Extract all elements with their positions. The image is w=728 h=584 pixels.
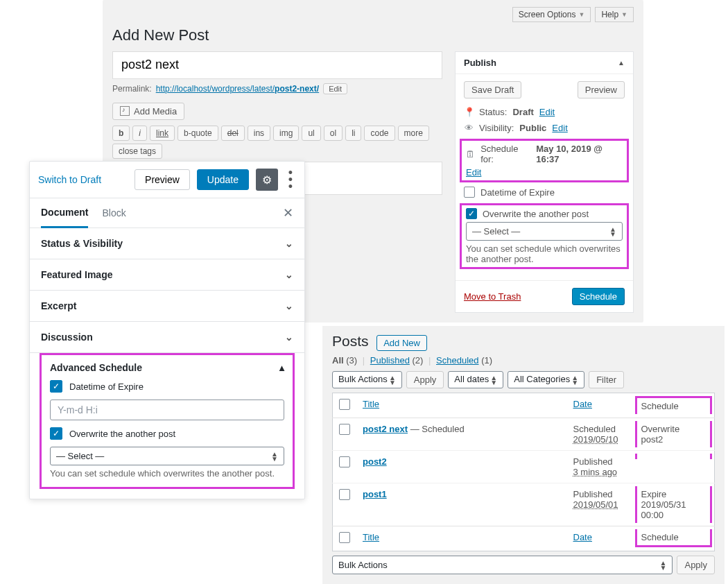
- apply-button[interactable]: Apply: [677, 556, 715, 574]
- advanced-schedule-title: Advanced Schedule: [50, 362, 142, 373]
- permalink-label: Permalink:: [112, 84, 152, 94]
- qt-ul[interactable]: ul: [302, 126, 320, 141]
- chevron-down-icon: ⌄: [285, 238, 293, 249]
- calendar-icon: 🗓: [466, 149, 475, 160]
- qt-close[interactable]: close tags: [112, 144, 162, 159]
- permalink-edit-button[interactable]: Edit: [323, 83, 347, 94]
- table-row: post1 Published2019/05/01Expire2019/05/3…: [333, 483, 715, 526]
- overwrite-checkbox[interactable]: [50, 427, 62, 440]
- quicktags-toolbar: b i link b-quote del ins img ul ol li co…: [112, 126, 442, 159]
- preview-button[interactable]: Preview: [135, 169, 190, 190]
- chevron-down-icon: ⌄: [285, 300, 293, 311]
- schedule-edit-link[interactable]: Edit: [466, 167, 481, 178]
- bulk-actions-select[interactable]: Bulk Actions▲▼: [332, 371, 402, 388]
- overwrite-select[interactable]: — Select — ▲▼: [466, 222, 623, 241]
- panel-featured-image[interactable]: Featured Image⌄: [30, 259, 304, 291]
- publish-title: Publish: [464, 58, 496, 68]
- post-title-input[interactable]: [112, 51, 442, 79]
- save-draft-button[interactable]: Save Draft: [464, 81, 521, 98]
- expire-datetime-input[interactable]: [50, 400, 284, 420]
- panel-status-visibility[interactable]: Status & Visibility⌄: [30, 228, 304, 259]
- panel-excerpt[interactable]: Excerpt⌄: [30, 291, 304, 322]
- select-all-checkbox[interactable]: [339, 399, 350, 410]
- add-media-button[interactable]: Add Media: [112, 103, 184, 120]
- overwrite-select[interactable]: — Select — ▲▼: [50, 447, 284, 465]
- tab-document[interactable]: Document: [41, 198, 88, 228]
- category-filter-select[interactable]: All Categories▲▼: [508, 371, 584, 388]
- schedule-highlight: 🗓 Schedule for: May 10, 2019 @ 16:37 Edi…: [460, 139, 629, 182]
- add-new-button[interactable]: Add New: [376, 335, 427, 351]
- caret-up-icon[interactable]: ▲: [618, 59, 625, 67]
- col-schedule: Schedule: [635, 529, 713, 547]
- preview-button[interactable]: Preview: [578, 81, 625, 98]
- update-button[interactable]: Update: [197, 169, 249, 190]
- more-menu-icon[interactable]: •••: [285, 169, 296, 190]
- qt-ol[interactable]: ol: [324, 126, 343, 141]
- filter-scheduled[interactable]: Scheduled: [436, 355, 478, 366]
- posts-table: Title Date Schedule post2 next — Schedul…: [332, 393, 715, 551]
- chevron-down-icon: ⌄: [285, 332, 293, 343]
- schedule-button[interactable]: Schedule: [572, 288, 625, 305]
- qt-italic[interactable]: i: [132, 126, 147, 141]
- qt-quote[interactable]: b-quote: [177, 126, 218, 141]
- post-status-filters: All (3) | Published (2) | Scheduled (1): [332, 355, 715, 366]
- post-title-link[interactable]: post2: [363, 456, 387, 467]
- move-to-trash-link[interactable]: Move to Trash: [464, 291, 521, 302]
- close-icon[interactable]: ✕: [283, 205, 293, 221]
- qt-li[interactable]: li: [345, 126, 361, 141]
- eye-icon: 👁: [464, 123, 474, 133]
- qt-bold[interactable]: b: [112, 126, 130, 141]
- help-tab[interactable]: Help▼: [595, 7, 634, 22]
- overwrite-highlight: Overwrite the another post — Select — ▲▼…: [460, 203, 629, 269]
- row-checkbox[interactable]: [339, 456, 350, 467]
- page-title: Add New Post: [112, 26, 634, 44]
- updown-icon: ▲▼: [660, 560, 667, 570]
- updown-icon: ▲▼: [571, 375, 578, 385]
- pin-icon: 📍: [464, 107, 474, 117]
- bulk-actions-select[interactable]: Bulk Actions▲▼: [332, 556, 673, 574]
- media-icon: [120, 106, 130, 116]
- select-all-checkbox[interactable]: [339, 532, 350, 543]
- post-title-link[interactable]: post2 next: [363, 424, 408, 434]
- status-edit-link[interactable]: Edit: [539, 107, 555, 117]
- chevron-down-icon: ▼: [621, 11, 627, 18]
- post-title-link[interactable]: post1: [363, 489, 387, 499]
- chevron-down-icon: ▼: [578, 11, 584, 18]
- qt-link[interactable]: link: [150, 126, 175, 141]
- posts-list-panel: Posts Add New All (3) | Published (2) | …: [322, 326, 725, 584]
- settings-gear-icon[interactable]: ⚙: [256, 169, 278, 191]
- col-schedule: Schedule: [635, 396, 713, 414]
- col-date[interactable]: Date: [573, 399, 592, 409]
- qt-more[interactable]: more: [398, 126, 429, 141]
- overwrite-checkbox[interactable]: [466, 208, 477, 219]
- visibility-edit-link[interactable]: Edit: [552, 123, 567, 133]
- qt-code[interactable]: code: [364, 126, 395, 141]
- expire-checkbox[interactable]: [464, 187, 475, 198]
- caret-up-icon[interactable]: ▴: [279, 362, 284, 373]
- expire-checkbox[interactable]: [50, 380, 62, 393]
- col-title[interactable]: Title: [363, 399, 379, 409]
- col-date[interactable]: Date: [573, 532, 592, 542]
- screen-options-tab[interactable]: Screen Options▼: [512, 7, 591, 22]
- updown-icon: ▲▼: [389, 375, 396, 385]
- qt-del[interactable]: del: [221, 126, 245, 141]
- updown-icon: ▲▼: [490, 375, 497, 385]
- col-title[interactable]: Title: [363, 532, 379, 542]
- filter-published[interactable]: Published: [370, 355, 410, 366]
- chevron-down-icon: ⌄: [285, 269, 293, 280]
- permalink-link[interactable]: http://localhost/wordpress/latest/post2-…: [156, 84, 319, 94]
- tab-block[interactable]: Block: [102, 199, 125, 227]
- gutenberg-sidebar: Switch to Draft Preview Update ⚙ ••• Doc…: [29, 161, 305, 499]
- qt-ins[interactable]: ins: [248, 126, 270, 141]
- switch-to-draft-link[interactable]: Switch to Draft: [38, 174, 101, 185]
- date-filter-select[interactable]: All dates▲▼: [448, 371, 503, 388]
- apply-button[interactable]: Apply: [406, 371, 444, 388]
- row-checkbox[interactable]: [339, 424, 350, 435]
- table-row: post2 Published3 mins ago: [333, 451, 715, 483]
- publish-metabox: Publish ▲ Save Draft Preview 📍 Status: D…: [455, 51, 634, 313]
- filter-button[interactable]: Filter: [589, 371, 624, 388]
- qt-img[interactable]: img: [273, 126, 299, 141]
- advanced-schedule-highlight: Advanced Schedule ▴ Datetime of Expire O…: [40, 353, 295, 489]
- panel-discussion[interactable]: Discussion⌄: [30, 322, 304, 353]
- row-checkbox[interactable]: [339, 489, 350, 500]
